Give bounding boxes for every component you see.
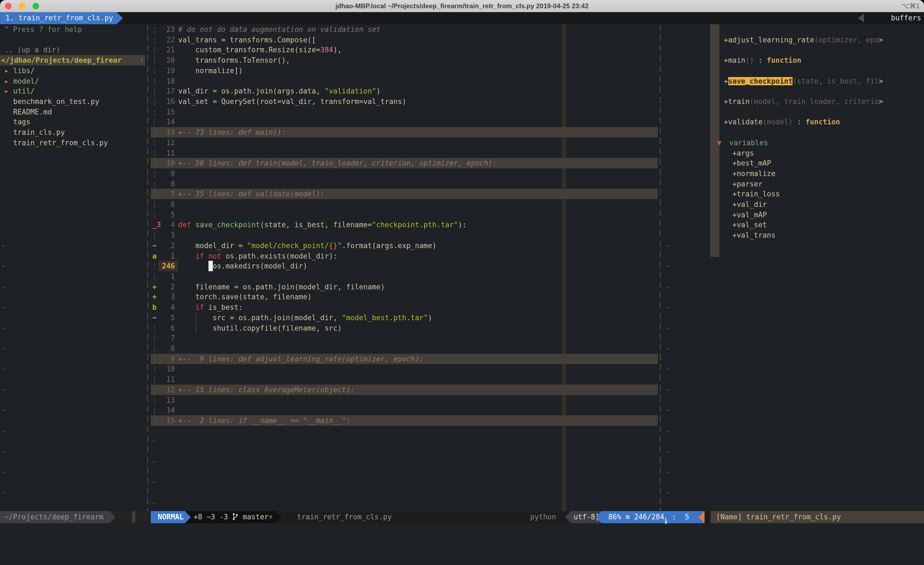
window-separator-right[interactable] — [660, 24, 660, 511]
folded-code-line[interactable]: ¦15+-- 2 lines: if __name__ == "__main__… — [151, 415, 658, 426]
text-cursor[interactable] — [208, 261, 213, 271]
code-line[interactable]: ¦19 normalize]) — [151, 66, 658, 76]
folded-code-line[interactable]: ¦7+-- 35 lines: def validate(model): — [151, 189, 658, 199]
empty-line-tilde: ~ — [666, 240, 670, 251]
code-text: shutil.copyfile(filename, src) — [178, 323, 342, 334]
code-line[interactable]: ¦16val_set = QuerySet(root=val_dir, tran… — [151, 96, 658, 107]
empty-line-tilde: ~ — [1, 385, 6, 395]
code-line[interactable]: ¦12 — [151, 138, 658, 148]
code-line[interactable]: _34def save_checkpoint(state, is_best, f… — [151, 219, 658, 230]
tagbar-tag[interactable]: +validate(model) : function — [724, 117, 924, 127]
tree-item-train-cls-py[interactable]: train_cls.py — [0, 127, 145, 138]
tagbar-tag[interactable]: +main() : function — [724, 55, 924, 66]
tree-item-model-[interactable]: ▸model/ — [0, 76, 145, 86]
tagbar-tag[interactable]: +train_loss — [724, 189, 924, 199]
statusline-cwd: ~/Projects/deep_firearm — [0, 511, 110, 523]
empty-line-tilde: ~ — [1, 405, 6, 415]
buffers-label[interactable]: buffers — [891, 12, 921, 24]
code-line[interactable]: ¦20 transforms.ToTensor(), — [151, 55, 658, 66]
code-line[interactable]: ¦13 — [151, 395, 658, 406]
empty-line-tilde: ~ — [666, 405, 670, 415]
code-text: +-- 9 lines: def adjust_learning_rate(op… — [178, 354, 423, 364]
tagbar-tag[interactable]: +args — [724, 148, 924, 158]
code-line[interactable]: ¦8 — [151, 343, 658, 354]
tagbar-tag[interactable]: +save_checkpoint(state, is_best, fil> — [724, 76, 924, 86]
code-text: val_dir = os.path.join(args.data, "valid… — [178, 86, 381, 96]
code-text: # do not do data augmentation on validat… — [178, 24, 381, 35]
tagbar-tag[interactable]: +adjust_learning_rate(optimizer, epo> — [724, 35, 924, 45]
tree-item-util-[interactable]: ▸util/ — [0, 86, 145, 96]
folded-code-line[interactable]: ¦13+-- 73 lines: def main(): — [151, 127, 658, 138]
empty-line-tilde: ~ — [666, 302, 670, 313]
code-line[interactable]: +3 torch.save(state, filename) — [151, 292, 658, 302]
statusline-tagbar-name: [Name] train_retr_from_cls.py — [711, 511, 924, 523]
folded-code-line[interactable]: ¦12+-- 15 lines: class AverageMeter(obje… — [151, 385, 658, 395]
tree-item--press-for-help[interactable]: " Press ? for help — [0, 24, 145, 35]
window-separator-left[interactable] — [147, 24, 148, 511]
empty-line-tilde: ~ — [666, 323, 670, 334]
empty-line-tilde: ~ — [1, 446, 6, 457]
tagbar-tag[interactable]: +val_mAP — [724, 210, 924, 220]
position-text: 86% ≡ 246/284LN : 5 — [608, 511, 689, 524]
code-line[interactable]: ¦15 — [151, 107, 658, 117]
code-line[interactable]: ¦9 — [151, 168, 658, 179]
tree-item-benchmark-on-test-py[interactable]: benchmark_on_test.py — [0, 96, 145, 107]
line-number-icon: LN — [665, 518, 667, 524]
tagbar-tag[interactable]: +val_trans — [724, 230, 924, 240]
code-line[interactable]: ~5 src = os.path.join(model_dir, "model_… — [151, 313, 658, 323]
code-line[interactable]: +2 filename = os.path.join(model_dir, fi… — [151, 282, 658, 292]
code-line[interactable]: ¦1 — [151, 271, 658, 282]
empty-line-tilde: ~ — [666, 343, 670, 354]
code-line[interactable]: ¦11 — [151, 148, 658, 158]
code-line[interactable]: ¦6 shutil.copyfile(filename, src) — [151, 323, 658, 334]
tagbar-tag[interactable]: +best_mAP — [724, 158, 924, 168]
code-line[interactable]: ¦18 — [151, 76, 658, 86]
empty-line-tilde: ~ — [1, 467, 6, 478]
code-text: normalize]) — [178, 66, 243, 76]
empty-line-tilde: ~ — [1, 323, 6, 334]
code-line[interactable]: ¦8 — [151, 179, 658, 189]
tree-item-tags[interactable]: tags — [0, 117, 145, 127]
tagbar-tag[interactable]: +val_dir — [724, 199, 924, 210]
tree-item--up-a-dir-[interactable]: .. (up a dir) — [0, 45, 145, 55]
empty-line-tilde: ~ — [1, 426, 6, 436]
buffers-arrow-icon — [858, 14, 864, 23]
tree-item-train-retr-from-cls-py[interactable]: train_retr_from_cls.py — [0, 138, 145, 148]
code-line[interactable]: ¦21 custom_transform.Resize(size=384), — [151, 45, 658, 55]
tree-item-libs-[interactable]: ▸libs/ — [0, 66, 145, 76]
code-line[interactable]: ¦22val_trans = transforms.Compose([ — [151, 35, 658, 45]
code-line[interactable]: ¦6 — [151, 199, 658, 210]
tree-item-readme-md[interactable]: README.md — [0, 107, 145, 117]
code-text: +-- 35 lines: def validate(model): — [178, 189, 324, 199]
code-line[interactable]: ¦3 — [151, 230, 658, 240]
folded-code-line[interactable]: ¦9+-- 9 lines: def adjust_learning_rate(… — [151, 354, 658, 364]
code-line[interactable]: b4 if is_best: — [151, 302, 658, 313]
code-line[interactable]: ¦7 — [151, 333, 658, 343]
code-line[interactable]: a1 if not os.path.exists(model_dir): — [151, 251, 658, 261]
tree-item--jdhao-projects-deep-firear[interactable]: </jdhao/Projects/deep_firear› — [0, 55, 145, 66]
code-line[interactable]: ¦23# do not do data augmentation on vali… — [151, 24, 658, 35]
tagbar-tag[interactable]: +val_set — [724, 219, 924, 230]
tagbar-tag[interactable]: +train(model, train_loader, criterio> — [724, 96, 924, 107]
code-line[interactable]: ¦10 — [151, 364, 658, 374]
window-title: jdhao-MBP.local ~/Projects/deep_firearm/… — [0, 0, 924, 12]
code-line[interactable]: ¦5 — [151, 210, 658, 220]
code-text: model_dir = "model/check_point/{}".forma… — [178, 240, 436, 251]
code-line[interactable]: ¦14 — [151, 405, 658, 415]
code-line[interactable]: ¦17val_dir = os.path.join(args.data, "va… — [151, 86, 658, 96]
tab-train-retr-from-cls[interactable]: 1. train_retr_from_cls.py — [0, 12, 123, 24]
titlebar: jdhao-MBP.local ~/Projects/deep_firearm/… — [0, 0, 924, 13]
powerline-arrow-icon — [275, 511, 281, 523]
tagbar-section-variables[interactable]: ▼ variables — [724, 138, 924, 148]
empty-line-tilde: ~ — [152, 457, 157, 467]
code-line[interactable]: ¦246 os.makedirs(model_dir) — [151, 261, 658, 271]
empty-line-tilde: ~ — [152, 436, 157, 446]
dirty-flag-icon: ⚡ — [268, 513, 273, 521]
tagbar-tag[interactable]: +parser — [724, 179, 924, 189]
folder-collapsed-icon: ▸ — [4, 76, 9, 86]
code-line[interactable]: ~2 model_dir = "model/check_point/{}".fo… — [151, 240, 658, 251]
code-line[interactable]: ¦14 — [151, 117, 658, 127]
tagbar-tag[interactable]: +normalize — [724, 168, 924, 179]
folded-code-line[interactable]: ¦10+-- 50 lines: def train(model, train_… — [151, 158, 658, 168]
code-line[interactable]: ¦11 — [151, 374, 658, 385]
